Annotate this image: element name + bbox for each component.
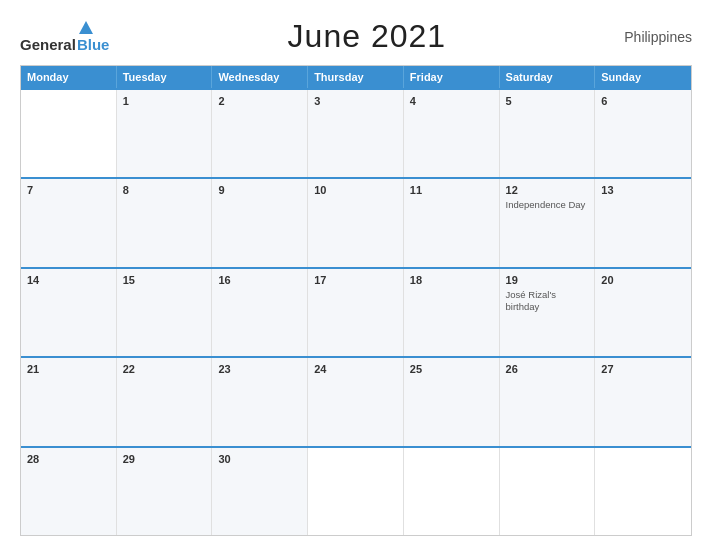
day-cell-w2-2: 8 [117, 179, 213, 266]
header: General Blue June 2021 Philippines [20, 18, 692, 55]
day-cell-w4-2: 22 [117, 358, 213, 445]
day-cell-w2-7: 13 [595, 179, 691, 266]
day-cell-w5-1: 28 [21, 448, 117, 535]
event-rizal-birthday: José Rizal's birthday [506, 289, 589, 314]
day-cell-w2-5: 11 [404, 179, 500, 266]
day-cell-w4-1: 21 [21, 358, 117, 445]
day-cell-w3-2: 15 [117, 269, 213, 356]
day-cell-w5-3: 30 [212, 448, 308, 535]
logo-blue-text: Blue [77, 37, 110, 52]
event-independence-day: Independence Day [506, 199, 589, 211]
day-cell-w3-5: 18 [404, 269, 500, 356]
day-cell-w1-7: 6 [595, 90, 691, 177]
day-cell-w4-5: 25 [404, 358, 500, 445]
header-wednesday: Wednesday [212, 66, 308, 88]
day-cell-w3-6: 19 José Rizal's birthday [500, 269, 596, 356]
week-row-5: 28 29 30 [21, 446, 691, 535]
day-cell-w2-6: 12 Independence Day [500, 179, 596, 266]
logo: General Blue [20, 21, 109, 52]
header-monday: Monday [21, 66, 117, 88]
day-cell-w3-1: 14 [21, 269, 117, 356]
month-title: June 2021 [288, 18, 446, 55]
header-sunday: Sunday [595, 66, 691, 88]
day-cell-w5-2: 29 [117, 448, 213, 535]
day-cell-w4-7: 27 [595, 358, 691, 445]
day-cell-w1-4: 3 [308, 90, 404, 177]
day-cell-w2-4: 10 [308, 179, 404, 266]
day-cell-w5-6 [500, 448, 596, 535]
day-cell-w1-6: 5 [500, 90, 596, 177]
day-cell-w5-7 [595, 448, 691, 535]
weeks-container: 1 2 3 4 5 6 7 8 9 10 11 12 Independence … [21, 88, 691, 535]
day-cell-w1-5: 4 [404, 90, 500, 177]
day-cell-w5-5 [404, 448, 500, 535]
day-cell-w1-3: 2 [212, 90, 308, 177]
header-friday: Friday [404, 66, 500, 88]
logo-triangle-icon [79, 21, 93, 34]
day-cell-w1-1 [21, 90, 117, 177]
country-name: Philippines [624, 29, 692, 45]
day-cell-w5-4 [308, 448, 404, 535]
header-tuesday: Tuesday [117, 66, 213, 88]
calendar-page: General Blue June 2021 Philippines Monda… [0, 0, 712, 550]
calendar-grid: Monday Tuesday Wednesday Thursday Friday… [20, 65, 692, 536]
header-saturday: Saturday [500, 66, 596, 88]
day-headers-row: Monday Tuesday Wednesday Thursday Friday… [21, 66, 691, 88]
week-row-4: 21 22 23 24 25 26 27 [21, 356, 691, 445]
day-cell-w4-4: 24 [308, 358, 404, 445]
day-cell-w4-3: 23 [212, 358, 308, 445]
week-row-1: 1 2 3 4 5 6 [21, 88, 691, 177]
day-cell-w1-2: 1 [117, 90, 213, 177]
day-cell-w2-3: 9 [212, 179, 308, 266]
day-cell-w3-4: 17 [308, 269, 404, 356]
day-cell-w4-6: 26 [500, 358, 596, 445]
week-row-3: 14 15 16 17 18 19 José Rizal's birthday … [21, 267, 691, 356]
logo-general-text: General [20, 37, 76, 52]
day-cell-w3-3: 16 [212, 269, 308, 356]
day-cell-w2-1: 7 [21, 179, 117, 266]
day-cell-w3-7: 20 [595, 269, 691, 356]
week-row-2: 7 8 9 10 11 12 Independence Day 13 [21, 177, 691, 266]
header-thursday: Thursday [308, 66, 404, 88]
